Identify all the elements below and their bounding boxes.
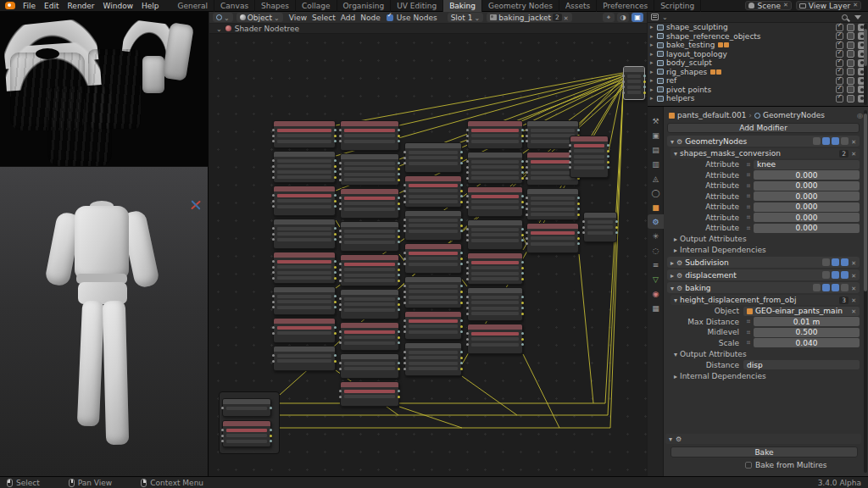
workspace-tab-assets[interactable]: Assets: [559, 0, 597, 12]
spreadsheet-toggle-icon[interactable]: [743, 328, 754, 337]
shader-node[interactable]: [273, 151, 336, 183]
delete-modifier-icon[interactable]: [851, 271, 856, 280]
node-header[interactable]: [527, 121, 578, 126]
workspace-tab-baking[interactable]: Baking: [443, 0, 482, 12]
attribute-name-field[interactable]: knee: [754, 160, 860, 169]
shader-node[interactable]: [273, 318, 336, 343]
delete-modifier-icon[interactable]: [851, 258, 856, 267]
use-nodes-checkbox[interactable]: [387, 14, 393, 21]
exclude-checkbox[interactable]: [836, 95, 843, 103]
spreadsheet-toggle-icon[interactable]: [743, 202, 754, 212]
bake-from-multires-checkbox[interactable]: [745, 462, 752, 469]
node-header[interactable]: [405, 343, 461, 348]
node-header[interactable]: [527, 189, 578, 194]
exclude-checkbox[interactable]: [836, 50, 843, 58]
delete-modifier-icon[interactable]: [851, 137, 856, 146]
shader-node[interactable]: [340, 289, 399, 319]
unlink-image-icon[interactable]: [564, 14, 569, 22]
collection-name[interactable]: pivot points: [666, 86, 711, 94]
delete-modifier-icon[interactable]: [851, 284, 856, 292]
collection-name[interactable]: helpers: [666, 94, 694, 103]
scrollbar-thumb[interactable]: [864, 114, 867, 291]
editor-type-button[interactable]: [213, 13, 233, 22]
outliner-item-pivot-points[interactable]: ▸ pivot points: [648, 86, 868, 95]
shader-node[interactable]: [273, 286, 336, 315]
edit-mode-toggle[interactable]: [822, 271, 830, 279]
outliner-editor-icon[interactable]: [651, 14, 659, 20]
node-menu-node[interactable]: Node: [358, 14, 383, 22]
properties-tab-tool-icon[interactable]: ⚒: [648, 114, 664, 128]
viewport-visibility-icon[interactable]: [847, 42, 854, 49]
node-header[interactable]: [570, 136, 608, 141]
viewport-visibility-icon[interactable]: [847, 59, 854, 67]
spreadsheet-toggle-icon[interactable]: [743, 181, 754, 191]
breadcrumb-modifier-name[interactable]: GeometryNodes: [763, 111, 825, 119]
node-header[interactable]: [274, 152, 335, 157]
collection-name[interactable]: body_sculpt: [666, 58, 712, 67]
disclosure-triangle-icon[interactable]: ▸: [650, 69, 657, 75]
shader-node[interactable]: [340, 381, 399, 407]
node-header[interactable]: [405, 143, 461, 148]
node-header[interactable]: [341, 189, 398, 194]
properties-scrollbar[interactable]: [864, 110, 867, 473]
internal-dependencies-section[interactable]: Internal Dependencies: [674, 371, 866, 381]
shader-node[interactable]: [273, 252, 336, 284]
output-attributes-section[interactable]: Output Attributes: [674, 234, 866, 244]
object-field[interactable]: GEO-einar_pants_main: [743, 307, 860, 316]
edit-mode-toggle[interactable]: [813, 284, 821, 291]
outliner[interactable]: ▸ shape_sculpting ▸ shape_reference_obje…: [648, 12, 868, 107]
exclude-checkbox[interactable]: [836, 32, 843, 40]
node-header[interactable]: [341, 354, 398, 359]
disclosure-triangle-icon[interactable]: ▸: [650, 95, 657, 102]
outliner-scrollbar[interactable]: [864, 24, 867, 105]
workspace-tab-organising[interactable]: Organising: [337, 0, 392, 12]
shader-node[interactable]: [526, 188, 579, 220]
node-canvas[interactable]: [209, 34, 647, 476]
shader-node[interactable]: [404, 210, 462, 241]
pin-icon[interactable]: ◎: [857, 112, 863, 119]
node-header[interactable]: [468, 324, 522, 330]
output-node[interactable]: [623, 66, 645, 100]
output-attributes-section[interactable]: Output Attributes: [674, 349, 866, 359]
realtime-toggle[interactable]: [832, 271, 839, 279]
shader-node[interactable]: [273, 186, 336, 216]
disclosure-triangle-icon[interactable]: ▸: [650, 24, 657, 30]
snapping-icon[interactable]: ⌖: [603, 13, 615, 22]
cage-toggle[interactable]: [841, 137, 849, 145]
shader-node[interactable]: [467, 219, 523, 250]
collection-name[interactable]: rig_shapes: [666, 68, 707, 76]
disclosure-triangle-icon[interactable]: ▸: [650, 51, 657, 58]
properties-tab-render-icon[interactable]: ▣: [648, 128, 664, 142]
workspace-tab-canvas[interactable]: Canvas: [214, 0, 255, 12]
bake-button[interactable]: Bake: [670, 446, 858, 458]
node-header[interactable]: [527, 224, 578, 229]
shader-node[interactable]: [404, 311, 462, 340]
spreadsheet-toggle-icon[interactable]: [743, 317, 754, 326]
distance-field[interactable]: disp: [743, 360, 860, 369]
node-menu-select[interactable]: Select: [309, 14, 338, 22]
node-menu-add[interactable]: Add: [338, 14, 358, 22]
shader-node[interactable]: [222, 398, 271, 417]
properties-tab-material-icon[interactable]: ◉: [648, 286, 664, 301]
node-header[interactable]: [274, 319, 335, 324]
viewport-visibility-icon[interactable]: [847, 50, 854, 58]
render-toggle[interactable]: [832, 137, 839, 145]
modifier-header-displacement[interactable]: displacement: [667, 269, 860, 280]
axis-gizmo[interactable]: [190, 199, 202, 211]
node-header[interactable]: [405, 244, 461, 249]
node-header[interactable]: [274, 219, 335, 225]
node-header[interactable]: [584, 213, 616, 218]
unlink-node-group-icon[interactable]: [851, 149, 856, 158]
shader-node[interactable]: [273, 219, 336, 249]
outliner-item-helpers[interactable]: ▸ helpers: [648, 94, 868, 103]
node-header[interactable]: [341, 382, 398, 387]
chevron-down-icon[interactable]: [216, 25, 222, 33]
max-distance-slider[interactable]: 0.01 m: [754, 317, 860, 326]
workspace-tab-scripting[interactable]: Scripting: [654, 0, 701, 12]
attribute-value-slider[interactable]: 0.000: [754, 213, 860, 222]
properties-tab-view-layer-icon[interactable]: ▥: [648, 157, 664, 171]
viewport-visibility-icon[interactable]: [847, 68, 854, 75]
node-header[interactable]: [468, 220, 522, 225]
node-header[interactable]: [274, 121, 335, 126]
collection-name[interactable]: shape_reference_objects: [666, 32, 761, 41]
